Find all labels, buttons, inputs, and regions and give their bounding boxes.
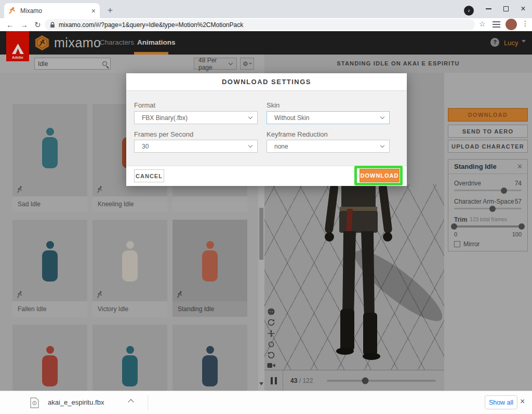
- roll-icon[interactable]: [267, 351, 275, 359]
- keyframe-select[interactable]: none: [267, 140, 390, 153]
- pan-icon[interactable]: [267, 329, 275, 338]
- nav-animations[interactable]: Animations: [137, 38, 176, 46]
- upload-character-button[interactable]: UPLOAD CHARACTER: [448, 140, 528, 153]
- viewport-tools: [267, 308, 275, 369]
- media-controls-button[interactable]: ♪: [464, 6, 474, 16]
- motion-type-icon: [96, 291, 103, 298]
- pause-button[interactable]: [264, 370, 283, 391]
- mixamo-logo[interactable]: mixamo: [34, 35, 101, 51]
- current-frame: 43: [290, 377, 297, 384]
- modal-title: DOWNLOAD SETTINGS: [126, 73, 407, 90]
- panel-close-icon[interactable]: ✕: [517, 163, 523, 170]
- fps-select[interactable]: 30: [134, 140, 258, 153]
- settings-gear-button[interactable]: ⚙: [240, 58, 254, 70]
- download-button[interactable]: DOWNLOAD: [448, 108, 528, 122]
- close-button[interactable]: ×: [514, 0, 532, 18]
- right-sidebar: DOWNLOAD SEND TO AERO UPLOAD CHARACTER S…: [444, 73, 532, 391]
- playback-bar: 43 / 122: [264, 370, 444, 391]
- trim-min: 0: [454, 231, 457, 237]
- armspace-knob[interactable]: [489, 206, 496, 212]
- refresh-icon[interactable]: ↻: [34, 20, 41, 30]
- nav-characters[interactable]: Characters: [100, 38, 134, 46]
- camera-icon[interactable]: [267, 362, 275, 369]
- show-all-button[interactable]: Show all: [485, 395, 517, 409]
- gear-icon: ⚙: [243, 60, 248, 68]
- bookmark-star-icon[interactable]: ☆: [479, 20, 486, 28]
- fps-value: 30: [142, 143, 149, 150]
- per-page-select[interactable]: 48 Per page: [194, 58, 237, 70]
- trim-end-knob[interactable]: [518, 223, 525, 230]
- motion-type-icon: [176, 291, 183, 298]
- animation-card[interactable]: Fishing Idle: [92, 325, 167, 391]
- send-to-aero-button[interactable]: SEND TO AERO: [448, 125, 528, 138]
- skin-label: Skin: [267, 101, 280, 109]
- overdrive-knob[interactable]: [501, 188, 507, 194]
- divider: [148, 395, 148, 410]
- trim-start-knob[interactable]: [451, 223, 457, 230]
- keyframe-label: Keyframe Reduction: [267, 130, 328, 138]
- format-label: Format: [134, 101, 155, 109]
- scroll-down-arrow-icon[interactable]: [259, 382, 263, 385]
- browser-tab-strip: Mixamo × + ♪ ×: [0, 0, 532, 18]
- mixamo-favicon-runner-icon: [8, 7, 16, 15]
- armspace-slider[interactable]: [454, 208, 522, 209]
- mirror-checkbox[interactable]: Mirror: [454, 241, 480, 248]
- help-icon[interactable]: ?: [490, 38, 499, 47]
- zoom-icon[interactable]: [267, 340, 275, 349]
- downloaded-filename[interactable]: akai_e_espiritu.fbx: [48, 398, 104, 406]
- screen: Mixamo × + ♪ × ← → ↻ mixamo.com/#/?page=…: [0, 0, 532, 414]
- per-page-value: 48 Per page: [198, 57, 229, 71]
- forward-icon[interactable]: →: [20, 20, 28, 29]
- orbit-icon[interactable]: [267, 318, 275, 327]
- overdrive-slider[interactable]: [454, 190, 522, 191]
- timeline-knob[interactable]: [362, 378, 368, 384]
- animation-card-selected[interactable]: Standing Idle: [172, 220, 247, 317]
- reading-list-icon[interactable]: [493, 21, 500, 28]
- world-icon[interactable]: [267, 308, 275, 316]
- animation-card[interactable]: Fallen Idle: [12, 220, 87, 317]
- animation-card[interactable]: Victory Idle: [92, 220, 167, 317]
- motion-type-icon: [16, 186, 23, 193]
- skin-select[interactable]: Without Skin: [267, 111, 390, 124]
- search-icon[interactable]: [102, 61, 107, 66]
- back-icon[interactable]: ←: [6, 20, 14, 29]
- browser-menu-icon[interactable]: ⋮: [522, 19, 529, 28]
- user-menu[interactable]: Lucy: [504, 39, 518, 47]
- app-header: mixamo Characters Animations ? Lucy: [0, 31, 532, 55]
- animation-card[interactable]: Ninja Idle: [12, 325, 87, 391]
- format-select[interactable]: FBX Binary(.fbx): [134, 111, 258, 124]
- tab-close-icon[interactable]: ×: [91, 7, 96, 15]
- chevron-up-icon[interactable]: [128, 399, 134, 405]
- frame-counter: 43 / 122: [290, 377, 313, 384]
- new-tab-button[interactable]: +: [104, 4, 116, 17]
- chevron-down-icon: [248, 143, 252, 148]
- motion-type-icon: [96, 186, 103, 193]
- maximize-button[interactable]: [497, 0, 515, 18]
- scrollbar-thumb[interactable]: [259, 208, 263, 260]
- browser-tab[interactable]: Mixamo ×: [4, 3, 100, 18]
- shelf-close-icon[interactable]: ×: [520, 397, 525, 406]
- address-bar: ← → ↻ mixamo.com/#/?page=1&query=Idle&ty…: [0, 18, 532, 31]
- download-settings-modal: DOWNLOAD SETTINGS Format FBX Binary(.fbx…: [126, 73, 407, 186]
- modal-download-button[interactable]: DOWNLOAD: [360, 169, 400, 182]
- cancel-button[interactable]: CANCEL: [134, 169, 164, 182]
- card-label: Fallen Idle: [12, 301, 87, 317]
- timeline-slider[interactable]: [327, 380, 436, 382]
- search-input[interactable]: Idle: [34, 58, 111, 70]
- adobe-logo[interactable]: Adobe: [6, 31, 29, 61]
- minimize-button[interactable]: [480, 0, 497, 18]
- download-shelf: akai_e_espiritu.fbx Show all ×: [0, 391, 532, 414]
- profile-avatar[interactable]: [506, 19, 517, 30]
- format-value: FBX Binary(.fbx): [142, 114, 188, 122]
- tab-title: Mixamo: [20, 7, 91, 15]
- card-label: Victory Idle: [92, 301, 167, 317]
- mixamo-hexagon-icon: [34, 35, 50, 51]
- fps-label: Frames per Second: [134, 130, 193, 138]
- trim-max: 100: [512, 231, 522, 237]
- user-caret-icon: [522, 40, 526, 43]
- panel-title: Standing Idle: [448, 159, 527, 174]
- trim-range-slider[interactable]: [454, 225, 522, 228]
- url-input[interactable]: mixamo.com/#/?page=1&query=Idle&type=Mot…: [45, 19, 475, 30]
- animation-card[interactable]: Sad Idle: [12, 104, 87, 212]
- animation-card[interactable]: Idle Crouching: [172, 325, 247, 391]
